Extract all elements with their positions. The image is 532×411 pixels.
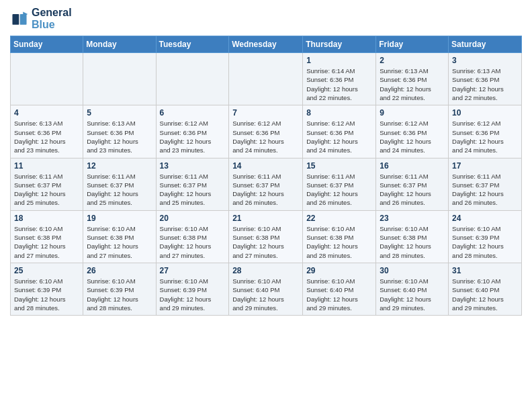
calendar-header-tuesday: Tuesday xyxy=(156,36,229,53)
day-info: Sunrise: 6:10 AM Sunset: 6:38 PM Dayligh… xyxy=(160,224,226,260)
day-number: 28 xyxy=(232,266,299,275)
calendar-cell: 20Sunrise: 6:10 AM Sunset: 6:38 PM Dayli… xyxy=(156,210,229,263)
day-info: Sunrise: 6:12 AM Sunset: 6:36 PM Dayligh… xyxy=(306,119,372,154)
day-number: 22 xyxy=(306,214,372,223)
calendar-cell: 13Sunrise: 6:11 AM Sunset: 6:37 PM Dayli… xyxy=(156,158,229,210)
calendar-cell: 3Sunrise: 6:13 AM Sunset: 6:36 PM Daylig… xyxy=(449,53,522,105)
day-number: 26 xyxy=(87,266,152,275)
day-info: Sunrise: 6:11 AM Sunset: 6:37 PM Dayligh… xyxy=(380,172,445,208)
day-number: 21 xyxy=(232,214,299,223)
day-info: Sunrise: 6:10 AM Sunset: 6:39 PM Dayligh… xyxy=(452,224,518,260)
day-info: Sunrise: 6:11 AM Sunset: 6:37 PM Dayligh… xyxy=(87,172,152,208)
calendar-cell: 21Sunrise: 6:10 AM Sunset: 6:38 PM Dayli… xyxy=(229,210,303,263)
day-info: Sunrise: 6:11 AM Sunset: 6:37 PM Dayligh… xyxy=(160,172,226,208)
day-number: 9 xyxy=(380,108,445,118)
day-info: Sunrise: 6:10 AM Sunset: 6:39 PM Dayligh… xyxy=(87,277,152,312)
calendar-cell xyxy=(229,53,303,105)
calendar-cell: 24Sunrise: 6:10 AM Sunset: 6:39 PM Dayli… xyxy=(449,210,522,263)
calendar-cell: 30Sunrise: 6:10 AM Sunset: 6:40 PM Dayli… xyxy=(376,263,449,315)
day-number: 20 xyxy=(160,214,226,223)
calendar-header-row: SundayMondayTuesdayWednesdayThursdayFrid… xyxy=(11,36,522,53)
day-number: 31 xyxy=(452,266,518,275)
day-number: 14 xyxy=(232,161,299,171)
logo-icon xyxy=(10,9,29,28)
day-number: 7 xyxy=(232,108,299,118)
calendar-cell: 11Sunrise: 6:11 AM Sunset: 6:37 PM Dayli… xyxy=(11,158,83,210)
calendar-cell xyxy=(11,53,83,105)
calendar-cell xyxy=(156,53,229,105)
calendar-week-1: 1Sunrise: 6:14 AM Sunset: 6:36 PM Daylig… xyxy=(11,53,522,105)
header: General Blue xyxy=(10,7,522,30)
day-info: Sunrise: 6:12 AM Sunset: 6:36 PM Dayligh… xyxy=(160,119,226,154)
day-number: 19 xyxy=(87,214,152,223)
calendar-cell: 14Sunrise: 6:11 AM Sunset: 6:37 PM Dayli… xyxy=(229,158,303,210)
day-info: Sunrise: 6:10 AM Sunset: 6:38 PM Dayligh… xyxy=(306,224,372,260)
day-info: Sunrise: 6:13 AM Sunset: 6:36 PM Dayligh… xyxy=(452,66,518,102)
day-number: 25 xyxy=(14,266,79,275)
calendar-cell: 8Sunrise: 6:12 AM Sunset: 6:36 PM Daylig… xyxy=(303,105,376,158)
calendar-week-2: 4Sunrise: 6:13 AM Sunset: 6:36 PM Daylig… xyxy=(11,105,522,158)
calendar-cell: 28Sunrise: 6:10 AM Sunset: 6:40 PM Dayli… xyxy=(229,263,303,315)
day-number: 16 xyxy=(380,161,445,171)
day-number: 29 xyxy=(306,266,372,275)
day-info: Sunrise: 6:10 AM Sunset: 6:40 PM Dayligh… xyxy=(232,277,299,312)
day-info: Sunrise: 6:12 AM Sunset: 6:36 PM Dayligh… xyxy=(232,119,299,154)
calendar-week-3: 11Sunrise: 6:11 AM Sunset: 6:37 PM Dayli… xyxy=(11,158,522,210)
calendar-cell: 17Sunrise: 6:11 AM Sunset: 6:37 PM Dayli… xyxy=(449,158,522,210)
calendar-cell xyxy=(83,53,156,105)
calendar-cell: 27Sunrise: 6:10 AM Sunset: 6:39 PM Dayli… xyxy=(156,263,229,315)
day-info: Sunrise: 6:10 AM Sunset: 6:39 PM Dayligh… xyxy=(160,277,226,312)
day-info: Sunrise: 6:11 AM Sunset: 6:37 PM Dayligh… xyxy=(452,172,518,208)
day-number: 15 xyxy=(306,161,372,171)
calendar-cell: 23Sunrise: 6:10 AM Sunset: 6:38 PM Dayli… xyxy=(376,210,449,263)
day-info: Sunrise: 6:12 AM Sunset: 6:36 PM Dayligh… xyxy=(380,119,445,154)
day-info: Sunrise: 6:10 AM Sunset: 6:40 PM Dayligh… xyxy=(452,277,518,312)
calendar-cell: 18Sunrise: 6:10 AM Sunset: 6:38 PM Dayli… xyxy=(11,210,83,263)
calendar-header-monday: Monday xyxy=(83,36,156,53)
day-number: 30 xyxy=(380,266,445,275)
day-number: 18 xyxy=(14,214,79,223)
day-number: 27 xyxy=(160,266,226,275)
calendar-week-5: 25Sunrise: 6:10 AM Sunset: 6:39 PM Dayli… xyxy=(11,263,522,315)
day-number: 2 xyxy=(380,56,445,65)
calendar-header-wednesday: Wednesday xyxy=(229,36,303,53)
calendar-week-4: 18Sunrise: 6:10 AM Sunset: 6:38 PM Dayli… xyxy=(11,210,522,263)
day-number: 10 xyxy=(452,108,518,118)
day-number: 5 xyxy=(87,108,152,118)
day-number: 8 xyxy=(306,108,372,118)
calendar-cell: 9Sunrise: 6:12 AM Sunset: 6:36 PM Daylig… xyxy=(376,105,449,158)
calendar-cell: 4Sunrise: 6:13 AM Sunset: 6:36 PM Daylig… xyxy=(11,105,83,158)
calendar-cell: 19Sunrise: 6:10 AM Sunset: 6:38 PM Dayli… xyxy=(83,210,156,263)
day-info: Sunrise: 6:10 AM Sunset: 6:39 PM Dayligh… xyxy=(14,277,79,312)
calendar-cell: 12Sunrise: 6:11 AM Sunset: 6:37 PM Dayli… xyxy=(83,158,156,210)
day-info: Sunrise: 6:10 AM Sunset: 6:40 PM Dayligh… xyxy=(306,277,372,312)
day-info: Sunrise: 6:11 AM Sunset: 6:37 PM Dayligh… xyxy=(232,172,299,208)
day-info: Sunrise: 6:10 AM Sunset: 6:38 PM Dayligh… xyxy=(380,224,445,260)
calendar-cell: 29Sunrise: 6:10 AM Sunset: 6:40 PM Dayli… xyxy=(303,263,376,315)
day-info: Sunrise: 6:10 AM Sunset: 6:40 PM Dayligh… xyxy=(380,277,445,312)
day-info: Sunrise: 6:10 AM Sunset: 6:38 PM Dayligh… xyxy=(87,224,152,260)
calendar-table: SundayMondayTuesdayWednesdayThursdayFrid… xyxy=(10,36,522,316)
day-info: Sunrise: 6:12 AM Sunset: 6:36 PM Dayligh… xyxy=(452,119,518,154)
day-number: 24 xyxy=(452,214,518,223)
calendar-cell: 10Sunrise: 6:12 AM Sunset: 6:36 PM Dayli… xyxy=(449,105,522,158)
day-info: Sunrise: 6:10 AM Sunset: 6:38 PM Dayligh… xyxy=(14,224,79,260)
day-info: Sunrise: 6:10 AM Sunset: 6:38 PM Dayligh… xyxy=(232,224,299,260)
calendar-cell: 5Sunrise: 6:13 AM Sunset: 6:36 PM Daylig… xyxy=(83,105,156,158)
day-number: 11 xyxy=(14,161,79,171)
calendar-cell: 2Sunrise: 6:13 AM Sunset: 6:36 PM Daylig… xyxy=(376,53,449,105)
calendar-header-friday: Friday xyxy=(376,36,449,53)
calendar-header-thursday: Thursday xyxy=(303,36,376,53)
day-number: 6 xyxy=(160,108,226,118)
day-info: Sunrise: 6:11 AM Sunset: 6:37 PM Dayligh… xyxy=(14,172,79,208)
day-info: Sunrise: 6:13 AM Sunset: 6:36 PM Dayligh… xyxy=(380,66,445,102)
svg-rect-2 xyxy=(13,14,19,25)
day-info: Sunrise: 6:11 AM Sunset: 6:37 PM Dayligh… xyxy=(306,172,372,208)
calendar-cell: 1Sunrise: 6:14 AM Sunset: 6:36 PM Daylig… xyxy=(303,53,376,105)
calendar-cell: 16Sunrise: 6:11 AM Sunset: 6:37 PM Dayli… xyxy=(376,158,449,210)
logo-text: General Blue xyxy=(32,7,72,30)
day-info: Sunrise: 6:13 AM Sunset: 6:36 PM Dayligh… xyxy=(14,119,79,154)
day-number: 3 xyxy=(452,56,518,65)
calendar-cell: 25Sunrise: 6:10 AM Sunset: 6:39 PM Dayli… xyxy=(11,263,83,315)
calendar-cell: 15Sunrise: 6:11 AM Sunset: 6:37 PM Dayli… xyxy=(303,158,376,210)
